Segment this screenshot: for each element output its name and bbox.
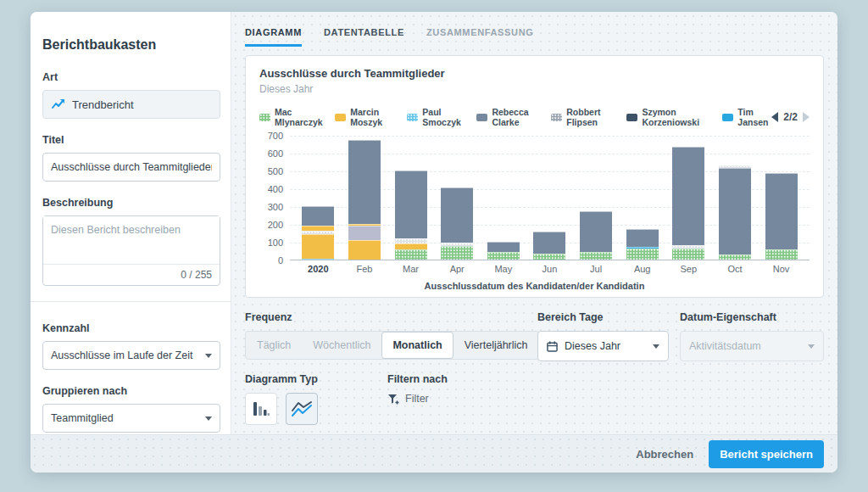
x-tick-label: Jun [533,264,565,274]
bar-segment-grayblue [719,168,751,254]
legend-swatch [335,114,346,121]
bar-segment-lavender [348,226,381,240]
add-filter-button[interactable]: Filter [387,393,448,405]
chart-subtitle: Dieses Jahr [259,83,810,95]
legend-item[interactable]: Szymon Korzeniowski [626,107,710,127]
bar-segment-cyan [302,259,334,260]
bars [295,136,804,260]
stacked-bar-oct [719,165,751,260]
x-tick-label: Apr [441,264,473,274]
legend-swatch [476,114,487,121]
x-tick-label: Feb [348,264,381,274]
bar-segment-grayblue [348,140,381,223]
stacked-bar-jul [580,211,612,260]
group-by-select-value: Teammitglied [51,412,114,424]
report-builder-modal: Berichtbaukasten Art Trendbericht Titel … [31,12,837,472]
tab-zusammenfassung[interactable]: ZUSAMMENFASSUNG [426,27,534,47]
legend-item[interactable]: Marcin Moszyk [335,107,395,127]
legend-swatch [407,114,418,121]
calendar-icon [547,341,558,352]
chart-title: Ausschlüsse durch Teammitglieder [259,67,810,80]
y-tick-label: 100 [268,238,283,248]
title-input[interactable] [42,153,220,182]
bar-segment-green [395,249,427,260]
x-tick-label: Oct [719,264,751,274]
bar-segment-grayblue [533,232,565,253]
legend-pager: 2/2 [771,111,810,123]
stacked-bar-may [487,242,520,260]
date-range-value: Dieses Jahr [565,340,620,352]
group-by-select[interactable]: Teammitglied [42,404,220,433]
legend-item[interactable]: Rebecca Clarke [476,107,539,127]
save-report-button[interactable]: Bericht speichern [709,440,824,468]
legend-item[interactable]: Paul Smoczyk [407,107,465,127]
trend-icon [52,99,65,109]
diagramm-typ-label: Diagramm Typ [245,373,387,385]
report-type-label: Trendbericht [72,98,134,111]
bar-segment-grayblue [395,171,427,238]
bar-segment-green [441,246,473,260]
legend-next-icon[interactable] [803,112,810,122]
tab-datentabelle[interactable]: DATENTABELLE [324,27,404,47]
filter-button-label: Filter [405,393,429,405]
bar-segment-grayblue [441,187,473,243]
titel-label: Titel [42,134,220,146]
y-tick-label: 600 [268,148,283,159]
plot [290,136,810,260]
trend-chart-type-button[interactable] [286,393,318,425]
metric-select[interactable]: Ausschlüsse im Laufe der Zeit [42,341,220,370]
legend-name: Mac Mlynarczyk [275,107,323,127]
legend-name: Paul Smoczyk [422,107,465,127]
date-range-dropdown[interactable]: Dieses Jahr [537,331,669,361]
y-tick-label: 300 [268,202,283,212]
legend-item[interactable]: Robbert Flipsen [551,107,615,127]
legend-swatch [551,114,562,121]
tab-diagramm[interactable]: DIAGRAMM [245,27,302,47]
x-tick-label: 2020 [302,264,334,274]
frequency-option-monatlich[interactable]: Monatlich [381,332,453,359]
x-tick-label: Mar [395,264,427,274]
x-axis-labels: 2020FebMarAprMayJunJulAugSepOctNov [295,264,804,274]
x-tick-label: Jul [580,264,612,274]
description-textarea[interactable] [43,216,220,260]
sidebar-divider [31,301,231,302]
stacked-bar-2020 [302,206,334,260]
bar-chart-icon [252,400,270,418]
report-type-chip[interactable]: Trendbericht [42,90,220,119]
legend-prev-icon[interactable] [771,112,778,122]
legend-item[interactable]: Mac Mlynarczyk [259,107,323,127]
y-tick-label: 0 [278,255,283,266]
trend-chart-icon [292,400,312,417]
report-preview-panel: DIAGRAMM DATENTABELLE ZUSAMMENFASSUNG Au… [231,12,837,434]
cancel-button[interactable]: Abbrechen [636,448,693,461]
bar-segment-grayblue [626,229,659,247]
stacked-bar-sep [672,147,704,260]
bar-chart-type-button[interactable] [245,393,277,425]
page-background: Berichtbaukasten Art Trendbericht Titel … [0,0,868,492]
legend-name: Szymon Korzeniowski [642,107,710,127]
legend-swatch [259,114,270,121]
bar-segment-grayblue [487,242,520,252]
metric-select-value: Ausschlüsse im Laufe der Zeit [51,349,192,361]
y-axis: 0100200300400500600700 [259,136,290,260]
legend-name: Robbert Flipsen [566,107,615,127]
bar-segment-green [580,252,612,260]
stacked-bar-aug [626,229,659,260]
x-tick-label: Sep [672,264,704,274]
x-tick-label: Nov [765,264,798,274]
chart-card: Ausschlüsse durch Teammitglieder Dieses … [245,55,824,298]
date-property-value: Aktivitätsdatum [689,340,761,352]
bar-segment-grayblue [580,211,612,251]
frequency-option-vierteljährlich[interactable]: Vierteljährlich [453,332,539,359]
frequency-option-täglich: Täglich [246,332,302,359]
bar-segment-green [719,254,751,260]
legend-item[interactable]: Tim Jansen [722,107,771,127]
bar-segment-grayblue [765,173,798,249]
bar-segment-yellow [348,240,381,260]
legend-name: Marcin Moszyk [350,107,395,127]
datum-eigenschaft-label: Datum-Eigenschaft [680,311,824,323]
chart-plot-area: 0100200300400500600700 [259,136,810,260]
stacked-bar-jun [533,232,565,260]
bar-segment-green [533,254,565,260]
filtern-nach-label: Filtern nach [387,373,448,385]
